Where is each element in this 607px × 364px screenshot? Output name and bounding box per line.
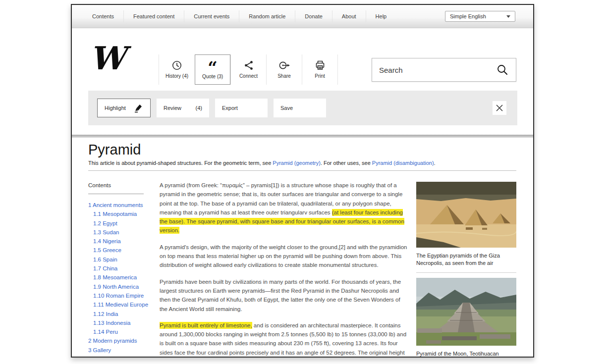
link-pyramid-disambiguation[interactable]: Pyramid (disambiguation) xyxy=(372,160,434,166)
toc-item-mesoamerica[interactable]: 1.8 Mesoamerica xyxy=(88,273,159,282)
toc-heading: Contents xyxy=(88,182,159,188)
toc-item-ancient-monuments[interactable]: 1 Ancient monuments xyxy=(88,201,159,209)
highlight-button[interactable]: Highlight xyxy=(97,99,151,117)
magnifier-icon[interactable] xyxy=(496,63,509,76)
figure-giza-caption: The Egyptian pyramids of the Giza Necrop… xyxy=(416,252,516,266)
nav-item-current-events[interactable]: Current events xyxy=(184,10,239,22)
toc-item-sudan[interactable]: 1.3 Sudan xyxy=(88,228,159,237)
toc-item-mesopotamia[interactable]: 1.1 Mesopotamia xyxy=(88,209,159,218)
toc-item-china[interactable]: 1.7 China xyxy=(88,264,159,273)
language-selector-dropdown[interactable]: Simple English xyxy=(445,11,515,22)
language-selector-value: Simple English xyxy=(450,13,486,19)
nav-item-help[interactable]: Help xyxy=(366,10,396,22)
link-pyramid-geometry[interactable]: Pyramid (geometry) xyxy=(273,160,321,166)
connect-button[interactable]: Connect xyxy=(230,54,266,85)
save-label: Save xyxy=(280,105,293,111)
close-toolbar-button[interactable] xyxy=(493,101,506,115)
browser-page-frame: Contents Featured content Current events… xyxy=(71,4,534,358)
paragraph-2: A pyramid's design, with the majority of… xyxy=(160,243,407,270)
paragraph-4: Pyramid is built entirely of limestone, … xyxy=(160,321,407,358)
hatnote-text: . xyxy=(434,160,436,166)
review-label: Review xyxy=(164,105,181,111)
share-label: Share xyxy=(277,73,291,79)
toc-item-peru[interactable]: 1.14 Peru xyxy=(88,327,159,336)
toc-item-north-america[interactable]: 1.9 North America xyxy=(88,282,159,291)
toc-list: 1 Ancient monuments 1.1 Mesopotamia 1.2 … xyxy=(88,201,159,355)
figure-giza: The Egyptian pyramids of the Giza Necrop… xyxy=(416,182,516,266)
hatnote-text: This article is about pyramid-shaped str… xyxy=(88,160,273,166)
toc-item-medieval-europe[interactable]: 1.11 Medieval Europe xyxy=(88,300,159,309)
toc-item-indonesia[interactable]: 1.13 Indonesia xyxy=(88,318,159,327)
figures-column: The Egyptian pyramids of the Giza Necrop… xyxy=(416,182,516,358)
review-count-badge: (4) xyxy=(196,105,202,111)
annotation-toolbar: Highlight Review (4) Export Save xyxy=(88,91,517,125)
quote-button[interactable]: “ Quote (3) xyxy=(195,54,230,85)
x-icon xyxy=(496,104,503,112)
print-icon xyxy=(314,58,326,72)
save-button[interactable]: Save xyxy=(274,99,326,117)
figure-divider xyxy=(416,272,516,273)
toc-item-spain[interactable]: 1.6 Spain xyxy=(88,255,159,264)
wiki-logo[interactable]: W xyxy=(90,43,125,74)
highlight-label: Highlight xyxy=(105,105,126,111)
chevron-down-icon xyxy=(506,15,510,18)
article-body: A pyramid (from Greek: “πυραμίς” – pyram… xyxy=(160,181,407,358)
nav-item-donate[interactable]: Donate xyxy=(295,10,331,22)
history-button[interactable]: History (4) xyxy=(159,54,195,85)
toc-item-greece[interactable]: 1.5 Greece xyxy=(88,246,159,255)
connect-label: Connect xyxy=(239,73,258,79)
share-arrow-icon xyxy=(278,58,291,72)
top-navigation-bar: Contents Featured content Current events… xyxy=(72,5,533,28)
marker-pen-icon xyxy=(132,103,143,113)
giza-pyramids-image[interactable] xyxy=(416,182,516,248)
quote-label: Quote (3) xyxy=(202,74,223,79)
history-clock-icon xyxy=(171,58,183,72)
review-button[interactable]: Review (4) xyxy=(157,99,209,117)
paragraph-3: Pyramids have been built by civilization… xyxy=(160,277,407,313)
article-tools-toolbar: History (4) “ Quote (3) Connect xyxy=(159,54,338,85)
search-box xyxy=(372,58,516,82)
hatnote-text: . For other uses, see xyxy=(321,160,372,166)
table-of-contents: Contents 1 Ancient monuments 1.1 Mesopot… xyxy=(88,182,159,355)
nav-item-about[interactable]: About xyxy=(332,10,366,22)
export-button[interactable]: Export xyxy=(215,99,268,117)
print-label: Print xyxy=(315,73,325,79)
toc-item-modern-pyramids[interactable]: 2 Modern pyramids xyxy=(88,336,159,345)
toc-item-india[interactable]: 1.12 India xyxy=(88,310,159,318)
highlighted-text-2: Pyramid is built entirely of limestone, xyxy=(160,322,252,329)
title-divider xyxy=(88,170,516,171)
connect-nodes-icon xyxy=(243,58,255,72)
toc-divider xyxy=(88,194,144,194)
toc-item-egypt[interactable]: 1.2 Egypt xyxy=(88,219,159,228)
toc-item-nigeria[interactable]: 1.4 Nigeria xyxy=(88,237,159,246)
nav-item-contents[interactable]: Contents xyxy=(83,10,123,22)
figure-teotihuacan: Pyramid of the Moon, Teotihuacan xyxy=(416,278,516,358)
toc-item-gallery[interactable]: 3 Gallery xyxy=(88,346,159,355)
nav-item-featured-content[interactable]: Featured content xyxy=(123,10,184,22)
toc-item-roman-empire[interactable]: 1.10 Roman Empire xyxy=(88,291,159,300)
share-button[interactable]: Share xyxy=(266,54,302,85)
paragraph-1: A pyramid (from Greek: “πυραμίς” – pyram… xyxy=(160,181,407,235)
print-button[interactable]: Print xyxy=(302,54,337,85)
nav-item-random-article[interactable]: Random article xyxy=(239,10,295,22)
article-area: Pyramid This article is about pyramid-sh… xyxy=(72,138,533,357)
export-label: Export xyxy=(222,105,238,111)
quote-icon: “ xyxy=(208,59,218,72)
page-title: Pyramid xyxy=(88,142,141,158)
pyramid-of-the-moon-image[interactable] xyxy=(416,278,516,346)
history-label: History (4) xyxy=(166,73,188,79)
figure-teotihuacan-caption: Pyramid of the Moon, Teotihuacan xyxy=(416,350,516,358)
search-input[interactable] xyxy=(379,66,496,74)
hatnote: This article is about pyramid-shaped str… xyxy=(88,160,436,166)
